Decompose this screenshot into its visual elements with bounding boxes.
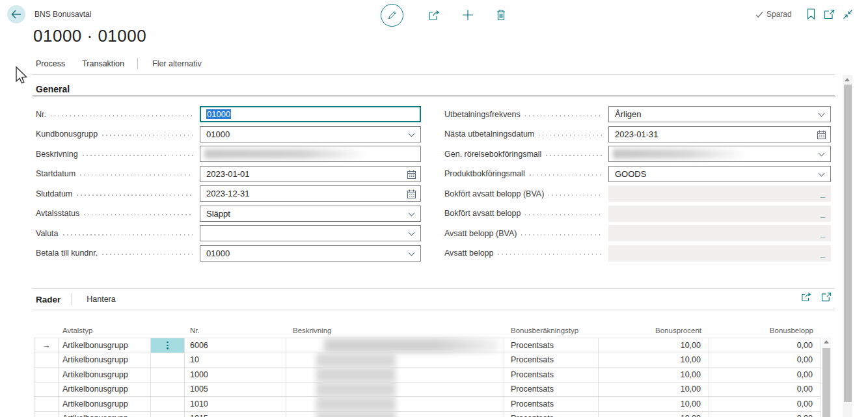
chevron-down-icon[interactable] <box>819 111 825 117</box>
page-scrollbar[interactable] <box>843 75 852 417</box>
table-row[interactable]: Artikelbonusgrupp 10 Procentsats 10,00 0… <box>34 353 821 368</box>
procent-cell[interactable]: 10,00 <box>599 353 709 368</box>
edit-button[interactable] <box>381 4 403 27</box>
typ-cell[interactable]: Procentsats <box>504 353 599 368</box>
utbetalningsfrekvens-combobox[interactable]: Årligen <box>608 106 831 122</box>
avtalstyp-cell[interactable]: Artikelbonusgrupp <box>59 412 151 417</box>
bookmark-button[interactable] <box>806 8 817 20</box>
scroll-up-arrow-icon[interactable] <box>845 78 850 81</box>
typ-cell[interactable]: Procentsats <box>504 368 599 382</box>
new-button[interactable] <box>461 9 474 21</box>
field-valuta: Valuta <box>36 225 421 241</box>
slutdatum-input[interactable]: 2023-12-31 <box>200 185 421 202</box>
kundbonusgrupp-combobox[interactable]: 01000 <box>200 126 421 142</box>
calendar-icon[interactable] <box>817 129 826 142</box>
row-menu-cell[interactable] <box>151 353 185 368</box>
section-title-general[interactable]: General <box>36 84 70 94</box>
field-utbetalningsfrekvens: Utbetalningsfrekvens Årligen <box>444 106 831 122</box>
beskrivning-cell[interactable] <box>286 383 504 397</box>
chevron-down-icon[interactable] <box>409 249 415 256</box>
col-bonusbelopp[interactable]: Bonusbelopp <box>709 327 821 334</box>
table-row[interactable]: Artikelbonusgrupp 1005 Procentsats 10,00… <box>34 382 821 397</box>
calendar-icon[interactable] <box>407 189 416 201</box>
rader-expand-button[interactable] <box>821 292 832 304</box>
scroll-up-arrow-icon[interactable] <box>824 340 829 343</box>
table-scrollbar-thumb[interactable] <box>822 348 830 417</box>
belopp-cell[interactable]: 0,00 <box>709 338 821 353</box>
typ-cell[interactable]: Procentsats <box>504 397 599 411</box>
collapse-button[interactable] <box>842 8 853 20</box>
beskrivning-input[interactable] <box>200 146 421 162</box>
chevron-down-icon[interactable] <box>819 150 825 157</box>
avtalstyp-cell[interactable]: Artikelbonusgrupp <box>59 383 151 397</box>
delete-button[interactable] <box>495 9 507 21</box>
beskrivning-cell[interactable] <box>286 353 504 368</box>
tab-transaktion[interactable]: Transaktion <box>82 59 124 68</box>
avtalsstatus-combobox[interactable]: Släppt <box>200 206 421 222</box>
nr-cell[interactable]: 10 <box>185 353 286 368</box>
col-bonusberakningstyp[interactable]: Bonusberäkningstyp <box>504 327 599 334</box>
col-beskrivning[interactable]: Beskrivning <box>286 327 504 334</box>
avtalstyp-cell[interactable]: Artikelbonusgrupp <box>59 353 151 368</box>
section-title-rader[interactable]: Rader <box>36 295 61 304</box>
belopp-cell[interactable]: 0,00 <box>709 412 821 417</box>
table-row[interactable]: → Artikelbonusgrupp 6006 Procentsats 10,… <box>34 338 821 353</box>
avtalstyp-cell[interactable]: Artikelbonusgrupp <box>59 368 151 382</box>
chevron-down-icon[interactable] <box>409 209 415 216</box>
chevron-down-icon[interactable] <box>409 130 415 137</box>
belopp-cell[interactable]: 0,00 <box>709 383 821 397</box>
table-row[interactable]: Artikelbonusgrupp 1000 Procentsats 10,00… <box>34 367 821 382</box>
nr-cell[interactable]: 1010 <box>185 397 286 411</box>
row-menu-cell[interactable] <box>151 412 185 417</box>
avtalstyp-cell[interactable]: Artikelbonusgrupp <box>59 397 151 411</box>
chevron-down-icon[interactable] <box>409 230 415 236</box>
startdatum-input[interactable]: 2023-01-01 <box>200 166 421 182</box>
typ-cell[interactable]: Procentsats <box>504 412 599 417</box>
nr-input[interactable]: 01000 <box>200 106 421 122</box>
procent-cell[interactable]: 10,00 <box>599 368 709 382</box>
procent-cell[interactable]: 10,00 <box>599 397 709 411</box>
procent-cell[interactable]: 10,00 <box>599 412 709 417</box>
nr-cell[interactable]: 1015 <box>185 412 286 417</box>
rader-share-button[interactable] <box>801 292 812 304</box>
more-options-button[interactable]: Fler alternativ <box>152 59 202 68</box>
gen-rorelsebokforingsmall-combobox[interactable] <box>608 146 831 162</box>
beskrivning-cell[interactable] <box>286 397 504 411</box>
typ-cell[interactable]: Procentsats <box>504 338 599 353</box>
betala-till-kundnr-combobox[interactable]: 01000 <box>200 245 421 262</box>
nr-cell[interactable]: 1000 <box>185 368 286 382</box>
nasta-utbetalningsdatum-input[interactable]: 2023-01-31 <box>608 126 831 142</box>
hantera-menu-button[interactable]: Hantera <box>87 295 115 304</box>
belopp-cell[interactable]: 0,00 <box>709 368 821 382</box>
table-row[interactable]: Artikelbonusgrupp 1015 Procentsats 10,00… <box>34 411 821 417</box>
tab-process[interactable]: Process <box>36 59 65 68</box>
beskrivning-cell[interactable] <box>286 368 504 382</box>
table-scrollbar[interactable] <box>822 338 831 417</box>
procent-cell[interactable]: 10,00 <box>599 383 709 397</box>
belopp-cell[interactable]: 0,00 <box>709 353 821 368</box>
valuta-combobox[interactable] <box>200 225 421 241</box>
avtalstyp-cell[interactable]: Artikelbonusgrupp <box>59 338 151 353</box>
row-menu-cell[interactable] <box>151 338 185 353</box>
col-avtalstyp[interactable]: Avtalstyp <box>59 327 151 334</box>
open-in-new-window-button[interactable] <box>824 8 835 20</box>
col-nr[interactable]: Nr. <box>185 327 286 334</box>
row-menu-cell[interactable] <box>151 368 185 382</box>
row-menu-cell[interactable] <box>151 397 185 411</box>
chevron-down-icon[interactable] <box>819 170 825 176</box>
table-row[interactable]: Artikelbonusgrupp 1010 Procentsats 10,00… <box>34 396 821 411</box>
produktbokforingsmall-combobox[interactable]: GOODS <box>608 166 831 182</box>
col-bonusprocent[interactable]: Bonusprocent <box>599 327 709 334</box>
page-scrollbar-thumb[interactable] <box>844 85 852 402</box>
procent-cell[interactable]: 10,00 <box>599 338 709 353</box>
share-button[interactable] <box>428 9 441 21</box>
beskrivning-cell[interactable] <box>286 412 504 417</box>
belopp-cell[interactable]: 0,00 <box>709 397 821 411</box>
beskrivning-cell[interactable] <box>286 338 504 353</box>
row-menu-cell[interactable] <box>151 383 185 397</box>
calendar-icon[interactable] <box>407 169 416 182</box>
typ-cell[interactable]: Procentsats <box>504 383 599 397</box>
nr-cell[interactable]: 1005 <box>185 383 286 397</box>
nr-cell[interactable]: 6006 <box>185 338 286 353</box>
back-button[interactable] <box>7 5 25 23</box>
